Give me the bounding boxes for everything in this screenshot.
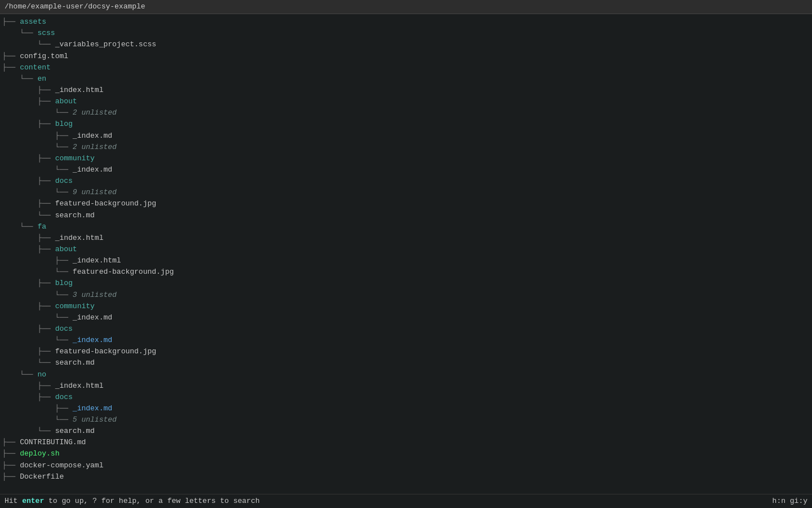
list-item[interactable]: ├── community [0,301,812,312]
list-item[interactable]: ├── docs [0,323,812,335]
list-item[interactable]: └── search.md [0,426,812,437]
list-item[interactable]: ├── config.toml [0,51,812,62]
list-item[interactable]: └── _index.md [0,164,812,176]
list-item[interactable]: └── scss [0,28,812,39]
list-item[interactable]: └── 5 unlisted [0,414,812,426]
list-item[interactable]: ├── CONTRIBUTING.md [0,437,812,448]
status-right: h:n gi:y [773,496,807,507]
list-item[interactable]: ├── blog [0,278,812,289]
list-item[interactable]: ├── Dockerfile [0,471,812,483]
list-item[interactable]: ├── docker-compose.yaml [0,460,812,471]
status-left: Hit enter to go up, ? for help, or a few… [5,496,260,507]
list-item[interactable]: └── featured-background.jpg [0,266,812,278]
list-item[interactable]: ├── _index.md [0,130,812,142]
list-item[interactable]: ├── blog [0,119,812,130]
list-item[interactable]: └── _variables_project.scss [0,39,812,50]
list-item[interactable]: ├── community [0,153,812,164]
list-item[interactable]: └── 2 unlisted [0,142,812,153]
list-item[interactable]: └── 3 unlisted [0,290,812,301]
list-item[interactable]: ├── _index.html [0,380,812,392]
list-item[interactable]: ├── content [0,62,812,73]
list-item[interactable]: └── _index.md [0,335,812,346]
list-item[interactable]: ├── docs [0,392,812,403]
list-item[interactable]: ├── about [0,96,812,107]
list-item[interactable]: ├── deploy.sh [0,448,812,459]
list-item[interactable]: ├── featured-background.jpg [0,346,812,357]
list-item[interactable]: ├── layouts [0,483,812,484]
list-item[interactable]: └── en [0,73,812,85]
title-path: /home/example-user/docsy-example [5,2,145,11]
list-item[interactable]: └── 9 unlisted [0,187,812,198]
file-tree: ├── assets └── scss └── _variables_proje… [0,14,812,484]
list-item[interactable]: ├── _index.html [0,85,812,96]
title-bar: /home/example-user/docsy-example [0,0,812,14]
list-item[interactable]: └── 2 unlisted [0,107,812,119]
enter-key: enter [22,497,44,505]
list-item[interactable]: └── search.md [0,357,812,369]
list-item[interactable]: └── _index.md [0,312,812,323]
list-item[interactable]: └── no [0,369,812,380]
list-item[interactable]: └── search.md [0,210,812,221]
list-item[interactable]: ├── featured-background.jpg [0,198,812,209]
list-item[interactable]: ├── assets [0,16,812,28]
list-item[interactable]: ├── about [0,244,812,255]
list-item[interactable]: └── fa [0,221,812,233]
status-bar: Hit enter to go up, ? for help, or a few… [0,494,812,508]
list-item[interactable]: ├── _index.html [0,255,812,266]
list-item[interactable]: ├── _index.md [0,403,812,414]
list-item[interactable]: ├── docs [0,176,812,187]
list-item[interactable]: ├── _index.html [0,233,812,244]
